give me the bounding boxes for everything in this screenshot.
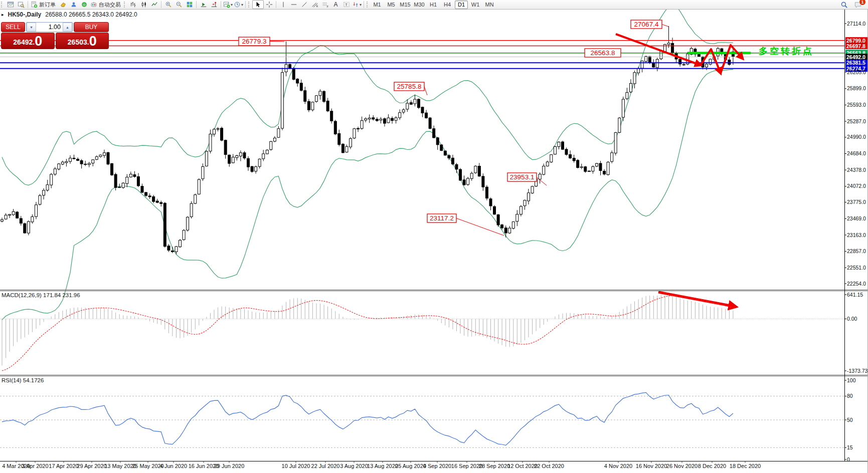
- vertical-line-tool-button[interactable]: [278, 1, 288, 9]
- candle-body: [319, 91, 321, 96]
- market-watch-button[interactable]: [58, 1, 68, 9]
- price-callout[interactable]: 26563.8: [585, 49, 621, 57]
- navigator-button[interactable]: [79, 1, 89, 9]
- chart-shift-button[interactable]: [209, 1, 219, 9]
- rsi-panel-divider[interactable]: [0, 374, 868, 377]
- candle-body: [618, 118, 621, 132]
- text-tool-button[interactable]: A: [330, 1, 341, 9]
- toolbar-grip[interactable]: [1, 2, 5, 8]
- date-label: 26 Nov 2020: [666, 463, 698, 469]
- search-button[interactable]: [839, 1, 849, 9]
- trendline-tool-button[interactable]: [299, 1, 309, 9]
- buy-button[interactable]: BUY: [74, 22, 109, 32]
- candle-body: [565, 149, 568, 154]
- price-badge-text: 26381.5: [846, 60, 865, 66]
- autotrading-button[interactable]: 自动交易: [89, 1, 123, 9]
- candle-body: [152, 197, 155, 202]
- candle-body: [167, 246, 170, 251]
- toolbar-grip[interactable]: [248, 2, 252, 8]
- toolbar-separator: [221, 1, 221, 8]
- zoom-in-button[interactable]: [163, 1, 173, 9]
- toolbar-grip[interactable]: [124, 2, 127, 8]
- timeframe-M1[interactable]: M1: [371, 1, 384, 9]
- candle-body: [607, 162, 609, 175]
- candlestick-icon: [140, 1, 147, 8]
- price-callout[interactable]: 25785.8: [394, 82, 427, 95]
- shapes-tool-button[interactable]: ▾: [352, 1, 362, 9]
- new-order-button[interactable]: 新订单: [30, 1, 58, 9]
- zoom-out-button[interactable]: [173, 1, 184, 9]
- price-axis[interactable]: 26799.026697.826563.826492.026381.526274…: [844, 21, 868, 462]
- candle-body: [599, 163, 602, 171]
- timeframe-M15[interactable]: M15: [399, 1, 412, 9]
- fibonacci-tool-button[interactable]: F: [320, 1, 330, 9]
- chart-canvas[interactable]: 26779.327067.426563.825785.823953.123117…: [0, 0, 868, 473]
- horizontal-line-tool-button[interactable]: [288, 1, 299, 9]
- candle-body: [292, 68, 295, 79]
- chart-header: ▸ HK50-,Daily 26588.0 26665.5 26343.0 26…: [2, 11, 137, 18]
- candle-body: [482, 176, 484, 187]
- date-label: 8 Dec 2020: [698, 463, 726, 469]
- line-chart-button[interactable]: [149, 1, 159, 9]
- price-axis-label: 22254.0: [847, 281, 866, 287]
- cursor-icon: [255, 1, 262, 8]
- volume-down-button[interactable]: ▼: [27, 23, 36, 32]
- sell-button[interactable]: SELL: [1, 22, 25, 32]
- candle-body: [436, 138, 439, 145]
- timeframe-M30[interactable]: M30: [413, 1, 426, 9]
- candle-body: [550, 155, 553, 162]
- price-callout[interactable]: 26779.3: [239, 37, 284, 46]
- new-chart-button[interactable]: [5, 1, 16, 9]
- bollinger-bands: [2, 5, 733, 320]
- timeframe-W1[interactable]: W1: [469, 1, 482, 9]
- candle-body: [440, 145, 443, 150]
- candle-body: [183, 230, 185, 240]
- candle-body: [9, 214, 11, 215]
- tile-windows-button[interactable]: [184, 1, 195, 9]
- indicators-button[interactable]: ▾: [223, 1, 233, 9]
- candle-body: [512, 222, 514, 228]
- toolbar-grip[interactable]: [367, 2, 370, 8]
- timeframe-MN[interactable]: MN: [483, 1, 496, 9]
- candle-body: [122, 183, 124, 187]
- volume-up-button[interactable]: ▲: [63, 23, 72, 32]
- callout-anchor-line: [537, 177, 547, 186]
- timeframe-D1[interactable]: D1: [455, 1, 468, 9]
- data-window-button[interactable]: [68, 1, 79, 9]
- buy-price-display[interactable]: 26503.0: [56, 33, 109, 49]
- timeframe-H4[interactable]: H4: [441, 1, 454, 9]
- expand-marker-icon[interactable]: ▸: [2, 12, 4, 17]
- candle-body: [660, 51, 662, 59]
- periods-button[interactable]: ▾: [233, 1, 244, 9]
- channel-tool-button[interactable]: E: [309, 1, 320, 9]
- profiles-button[interactable]: [16, 1, 26, 9]
- candle-body: [652, 63, 655, 68]
- timeframe-H1[interactable]: H1: [427, 1, 440, 9]
- bar-chart-icon: [130, 1, 137, 8]
- time-axis[interactable]: 4 Mar 20203 Apr 202017 Apr 202029 Apr 20…: [2, 461, 761, 469]
- candle-body: [341, 144, 344, 153]
- macd-panel: [0, 295, 844, 371]
- line-chart-icon: [151, 1, 158, 8]
- price-callout[interactable]: 23117.2: [427, 214, 504, 235]
- timeframe-M5[interactable]: M5: [385, 1, 398, 9]
- crosshair-tool-button[interactable]: [264, 1, 274, 9]
- cursor-tool-button[interactable]: [252, 0, 264, 9]
- auto-scroll-button[interactable]: [198, 1, 209, 9]
- candle-body: [129, 174, 132, 177]
- sell-price-display[interactable]: 26492.0: [1, 33, 55, 49]
- label-tool-button[interactable]: T: [341, 1, 352, 9]
- candle-body: [133, 175, 136, 177]
- notifications-button[interactable]: 1: [852, 1, 863, 9]
- macd-panel-divider[interactable]: [0, 289, 868, 292]
- candle-body: [425, 113, 428, 118]
- bar-chart-button[interactable]: [128, 1, 138, 9]
- candle-body: [626, 93, 628, 99]
- candle-body: [126, 177, 128, 184]
- price-callout[interactable]: 27067.4: [631, 20, 668, 29]
- volume-input[interactable]: [36, 23, 63, 32]
- candle-body: [12, 211, 15, 214]
- new-chart-icon: [7, 1, 14, 8]
- candlestick-button[interactable]: [138, 1, 149, 9]
- candle-body: [50, 174, 53, 185]
